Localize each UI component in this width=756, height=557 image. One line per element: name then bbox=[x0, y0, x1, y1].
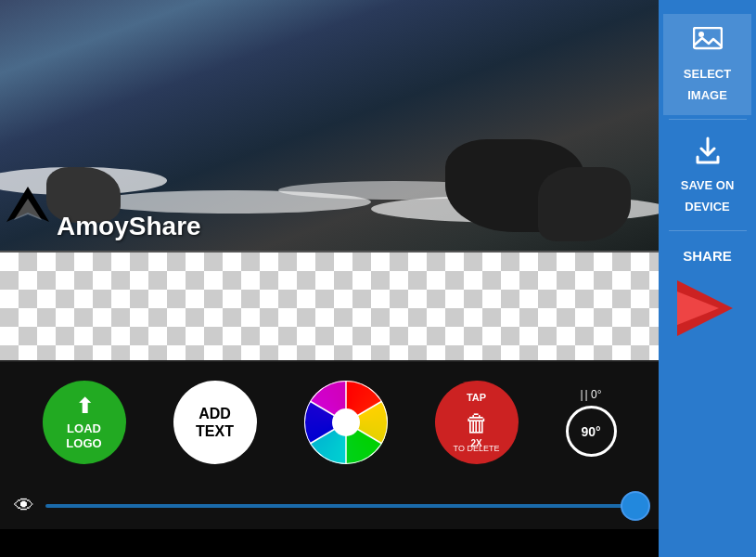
add-text-line2: TEXT bbox=[196, 422, 234, 440]
rock-2 bbox=[538, 167, 631, 241]
svg-rect-12 bbox=[694, 28, 722, 48]
opacity-slider-thumb[interactable] bbox=[621, 491, 650, 521]
svg-point-13 bbox=[698, 32, 704, 37]
select-image-button[interactable]: SELECT IMAGE bbox=[663, 14, 751, 115]
add-text-line1: ADD bbox=[199, 405, 231, 422]
transparent-area bbox=[0, 251, 659, 362]
load-logo-button[interactable]: ⬆ LOAD LOGO bbox=[43, 381, 126, 464]
tap-label: TAP bbox=[435, 392, 519, 403]
rotate-button[interactable]: | | 0° 90° bbox=[566, 388, 617, 457]
rotate-90-circle: 90° bbox=[566, 406, 617, 457]
save-device-button[interactable]: SAVE ON DEVICE bbox=[663, 123, 751, 227]
slider-bar: 👁 bbox=[0, 483, 659, 529]
share-label: SHARE bbox=[683, 248, 732, 264]
svg-point-11 bbox=[332, 408, 360, 436]
rotate-90-text: 90° bbox=[581, 424, 600, 439]
load-logo-line2: LOGO bbox=[66, 436, 101, 451]
watermark-text: AmoyShare bbox=[57, 212, 201, 241]
select-image-line2: IMAGE bbox=[687, 88, 727, 102]
to-delete-label: TO DELETE bbox=[454, 444, 500, 453]
main-canvas: AmoyShare ⬆ LOAD LOGO ADD TEXT bbox=[0, 0, 659, 557]
eye-icon[interactable]: 👁 bbox=[14, 494, 34, 518]
rotate-0-text: | 0° bbox=[585, 388, 602, 401]
sidebar-divider-1 bbox=[669, 119, 747, 120]
upload-icon: ⬆ bbox=[76, 395, 93, 419]
image-area[interactable]: AmoyShare bbox=[0, 0, 659, 251]
rotate-indicator: | bbox=[580, 388, 583, 401]
save-line2: DEVICE bbox=[685, 200, 729, 214]
color-wheel bbox=[304, 381, 388, 464]
save-line1: SAVE ON bbox=[681, 178, 735, 192]
download-icon bbox=[694, 136, 722, 171]
select-image-line1: SELECT bbox=[684, 67, 731, 81]
color-picker-button[interactable] bbox=[304, 381, 388, 464]
watermark: AmoyShare bbox=[5, 185, 201, 241]
rotate-0-label: | | 0° bbox=[580, 388, 601, 401]
opacity-slider-track[interactable] bbox=[45, 504, 645, 508]
add-text-button[interactable]: ADD TEXT bbox=[173, 381, 257, 464]
sidebar-divider-2 bbox=[669, 230, 747, 231]
image-icon bbox=[693, 27, 723, 59]
toolbar: ⬆ LOAD LOGO ADD TEXT bbox=[0, 362, 659, 483]
trash-icon: 🗑 bbox=[465, 409, 489, 438]
load-logo-line1: LOAD bbox=[67, 421, 101, 436]
logo-icon bbox=[5, 185, 51, 238]
delete-button[interactable]: TAP 🗑 2X TO DELETE bbox=[435, 381, 519, 464]
